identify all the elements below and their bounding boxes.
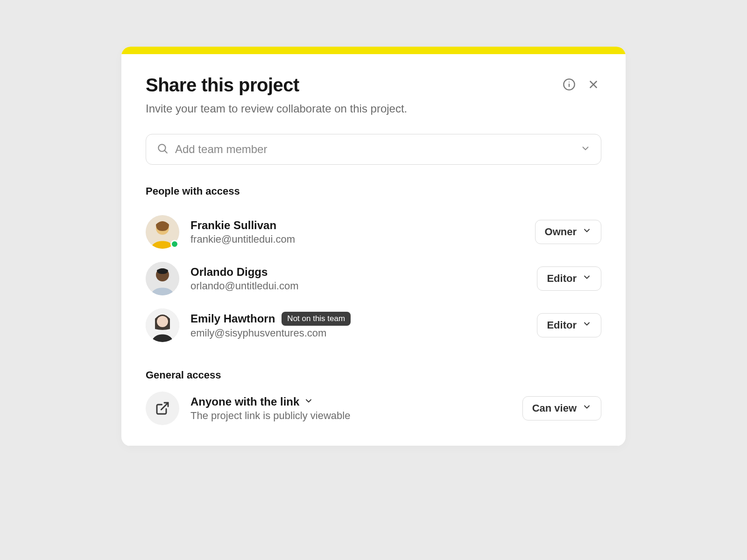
avatar	[146, 262, 179, 295]
person-row: Emily Hawthorn Not on this team emily@si…	[146, 302, 601, 349]
permission-dropdown[interactable]: Can view	[522, 396, 601, 420]
close-icon[interactable]	[585, 77, 601, 92]
modal-subtitle: Invite your team to review collaborate o…	[146, 102, 601, 115]
svg-point-2	[569, 82, 570, 83]
person-row: Orlando Diggs orlando@untitledui.com Edi…	[146, 255, 601, 302]
external-link-icon	[146, 392, 179, 425]
person-email: emily@sisyphusventures.com	[190, 327, 526, 339]
modal-header: Share this project	[146, 75, 601, 96]
svg-point-13	[157, 316, 168, 327]
person-email: orlando@untitledui.com	[190, 280, 526, 292]
share-modal: Share this project Invite your t	[121, 47, 626, 446]
svg-line-14	[161, 403, 168, 410]
chevron-down-icon	[582, 402, 592, 414]
general-access-row: Anyone with the link The project link is…	[146, 392, 601, 446]
role-dropdown[interactable]: Editor	[537, 313, 601, 337]
add-member-input[interactable]	[175, 143, 574, 156]
avatar	[146, 308, 179, 342]
role-label: Editor	[547, 273, 577, 285]
chevron-down-icon	[580, 143, 591, 155]
info-icon[interactable]	[561, 77, 577, 92]
role-label: Editor	[547, 319, 577, 331]
person-email: frankie@untitledui.com	[190, 233, 524, 245]
person-name: Emily Hawthorn	[190, 312, 275, 325]
access-scope-description: The project link is publicly viewable	[190, 410, 511, 422]
chevron-down-icon	[582, 226, 592, 238]
people-section-label: People with access	[146, 185, 601, 197]
chevron-down-icon	[582, 319, 592, 331]
divider	[121, 446, 626, 446]
accent-bar	[121, 47, 626, 54]
external-badge: Not on this team	[282, 312, 351, 326]
general-section-label: General access	[146, 369, 601, 381]
svg-line-6	[165, 151, 167, 153]
role-label: Owner	[545, 226, 577, 238]
chevron-down-icon	[304, 395, 313, 408]
role-dropdown[interactable]: Owner	[535, 220, 601, 244]
chevron-down-icon	[582, 273, 592, 285]
search-icon	[156, 142, 169, 156]
person-name: Orlando Diggs	[190, 266, 268, 279]
role-dropdown[interactable]: Editor	[537, 266, 601, 291]
person-name: Frankie Sullivan	[190, 219, 276, 232]
access-scope-dropdown[interactable]: Anyone with the link	[190, 395, 511, 408]
person-row: Frankie Sullivan frankie@untitledui.com …	[146, 209, 601, 255]
online-status-dot	[170, 240, 179, 248]
modal-title: Share this project	[146, 75, 299, 96]
people-list: Frankie Sullivan frankie@untitledui.com …	[146, 209, 601, 349]
avatar	[146, 215, 179, 249]
permission-label: Can view	[532, 402, 577, 414]
add-member-combobox[interactable]	[146, 134, 601, 165]
access-scope-label: Anyone with the link	[190, 395, 299, 408]
